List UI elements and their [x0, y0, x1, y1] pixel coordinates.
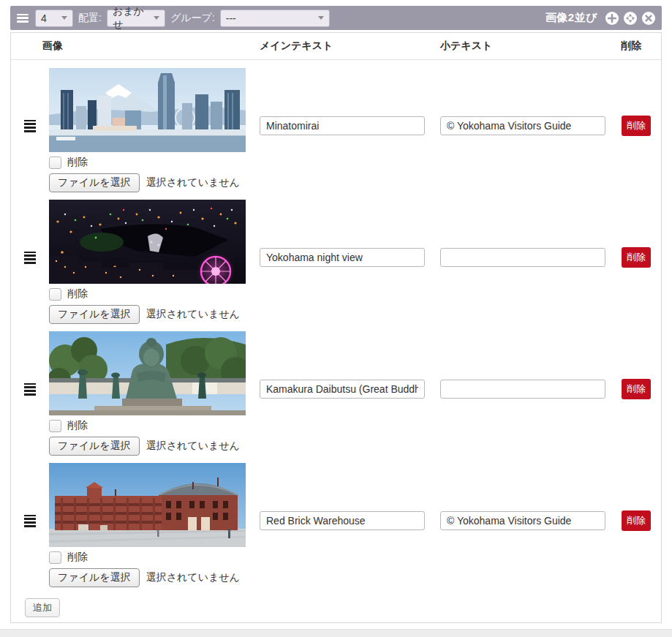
- table-row: 削除 ファイルを選択 選択されていません 削除: [11, 455, 661, 587]
- main-text-input[interactable]: [260, 248, 425, 267]
- delete-checkbox[interactable]: [49, 157, 61, 169]
- delete-checkbox-label: 削除: [67, 156, 88, 169]
- main-text-input[interactable]: [260, 511, 425, 530]
- group-label: グループ:: [170, 12, 215, 25]
- delete-row-button[interactable]: 削除: [622, 510, 651, 531]
- layout-value: おまかせ: [113, 5, 149, 31]
- table-row: 削除 ファイルを選択 選択されていません 削除: [11, 60, 661, 192]
- delete-checkbox[interactable]: [49, 288, 61, 301]
- move-icon[interactable]: [624, 12, 637, 25]
- file-select-button[interactable]: ファイルを選択: [49, 173, 140, 192]
- table-footer: 追加: [11, 587, 661, 617]
- row-drag-handle-icon[interactable]: [24, 252, 36, 264]
- page-background-strip: [0, 629, 672, 637]
- image-block-editor: 4 配置: おまかせ グループ: --- 画像2並び 画像 メインテキスト 小テ…: [0, 0, 672, 637]
- widget-title: 画像2並び: [545, 11, 597, 25]
- file-status-text: 選択されていません: [146, 571, 240, 584]
- sub-text-input[interactable]: [440, 511, 605, 530]
- image-count-select[interactable]: 4: [35, 10, 73, 27]
- table-row: 削除 ファイルを選択 選択されていません 削除: [11, 323, 661, 455]
- sub-text-input[interactable]: [440, 380, 605, 399]
- block-drag-handle-icon[interactable]: [17, 14, 29, 23]
- delete-checkbox-label: 削除: [67, 551, 88, 564]
- main-text-input[interactable]: [260, 116, 425, 135]
- toolbar: 4 配置: おまかせ グループ: --- 画像2並び: [10, 6, 662, 30]
- close-icon[interactable]: [642, 12, 655, 25]
- file-select-button[interactable]: ファイルを選択: [49, 305, 140, 324]
- chevron-down-icon: [318, 16, 324, 20]
- column-header-delete: 削除: [621, 39, 661, 53]
- sub-text-input[interactable]: [440, 116, 605, 135]
- table-row: 削除 ファイルを選択 選択されていません 削除: [11, 192, 661, 323]
- delete-row-button[interactable]: 削除: [622, 379, 651, 399]
- chevron-down-icon: [154, 16, 159, 20]
- thumbnail-kamakura-daibutsu: [49, 331, 246, 415]
- row-drag-handle-icon[interactable]: [24, 515, 36, 527]
- image-count-value: 4: [41, 12, 47, 24]
- layout-select[interactable]: おまかせ: [107, 10, 165, 27]
- file-select-button[interactable]: ファイルを選択: [49, 437, 140, 456]
- column-header-sub-text: 小テキスト: [440, 39, 621, 53]
- sub-text-input[interactable]: [440, 248, 605, 267]
- column-header-main-text: メインテキスト: [260, 39, 440, 53]
- plus-icon[interactable]: [605, 12, 619, 25]
- chevron-down-icon: [61, 16, 67, 20]
- delete-row-button[interactable]: 削除: [622, 116, 651, 136]
- thumbnail-yokohama-night-view: [49, 200, 246, 284]
- add-row-button[interactable]: 追加: [25, 598, 60, 617]
- image-list-panel: 画像 メインテキスト 小テキスト 削除: [10, 32, 662, 623]
- thumbnail-minatomirai-skyline: [49, 68, 246, 152]
- file-status-text: 選択されていません: [146, 176, 240, 189]
- group-select[interactable]: ---: [220, 10, 330, 27]
- delete-checkbox[interactable]: [49, 420, 61, 432]
- row-drag-handle-icon[interactable]: [24, 383, 36, 396]
- layout-label: 配置:: [78, 12, 102, 25]
- file-status-text: 選択されていません: [146, 308, 240, 321]
- thumbnail-red-brick-warehouse: [49, 463, 246, 547]
- delete-row-button[interactable]: 削除: [622, 247, 651, 268]
- table-header: 画像 メインテキスト 小テキスト 削除: [11, 33, 661, 60]
- delete-checkbox-label: 削除: [67, 419, 88, 432]
- main-text-input[interactable]: [260, 380, 425, 399]
- group-value: ---: [226, 12, 236, 24]
- delete-checkbox[interactable]: [49, 551, 61, 564]
- file-select-button[interactable]: ファイルを選択: [49, 568, 140, 587]
- row-drag-handle-icon[interactable]: [24, 120, 36, 132]
- column-header-image: 画像: [11, 39, 260, 53]
- delete-checkbox-label: 削除: [67, 287, 88, 301]
- file-status-text: 選択されていません: [146, 440, 240, 453]
